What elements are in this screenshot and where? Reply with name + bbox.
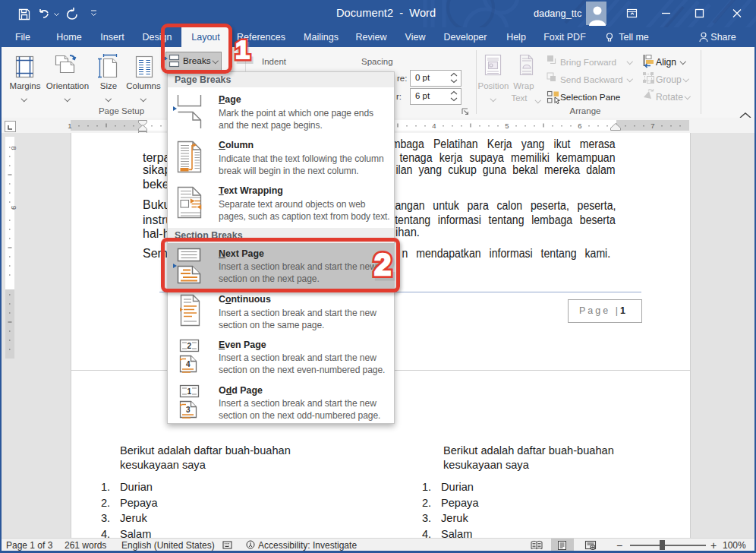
svg-text:2: 2 (374, 248, 391, 281)
svg-text:4: 4 (432, 122, 436, 130)
svg-text:4: 4 (186, 360, 191, 368)
svg-text:9: 9 (10, 206, 17, 210)
svg-text:5: 5 (505, 122, 509, 130)
svg-text:6: 6 (578, 122, 581, 130)
svg-text:1: 1 (235, 35, 250, 64)
svg-text:3: 3 (186, 406, 191, 414)
svg-text:7: 7 (650, 122, 654, 130)
svg-text:2: 2 (187, 342, 192, 350)
svg-text:8: 8 (10, 146, 17, 150)
svg-text:1: 1 (187, 387, 192, 396)
svg-text:1: 1 (68, 122, 71, 130)
